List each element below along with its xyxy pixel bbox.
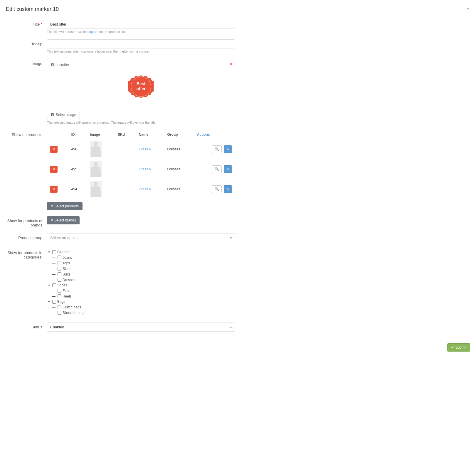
product-group-content: Select an option <box>47 233 235 242</box>
category-tree: ▼ Clothes — Jeans — Tops <box>47 248 235 317</box>
title-hint: The title will appear in a little square… <box>47 30 235 33</box>
show-on-products-label: Show on products <box>6 130 47 137</box>
submit-button[interactable]: ✔ Submit <box>447 343 470 352</box>
row-id: 496 <box>68 139 87 159</box>
row-name: Dress 6 <box>136 179 164 199</box>
connector: — <box>52 261 56 265</box>
action-buttons: 🔍 ✎ <box>197 165 232 173</box>
tooltip-input[interactable] <box>47 39 235 48</box>
dresses-row: — Dresses <box>52 277 235 283</box>
product-group-select[interactable]: Select an option <box>47 233 235 242</box>
bags-checkbox[interactable] <box>52 300 56 304</box>
remove-row-button[interactable]: ✕ <box>50 186 58 193</box>
row-image-cell <box>87 159 115 179</box>
image-preview-area: Best offer <box>51 69 231 105</box>
select-brands-button[interactable]: ≡ Select brands <box>47 216 80 224</box>
row-remove-cell: ✕ <box>47 179 68 199</box>
clothes-checkbox[interactable] <box>52 250 56 254</box>
tops-label: Tops <box>63 261 70 265</box>
image-box: 🖼 bestoffer Best offer ✕ <box>47 59 235 108</box>
title-label: Title * <box>6 20 47 26</box>
image-section: Image 🖼 bestoffer Best offer <box>6 59 470 124</box>
dresses-checkbox[interactable] <box>58 278 61 282</box>
svg-point-7 <box>94 162 98 166</box>
clothes-toggle[interactable]: ▼ <box>47 250 51 254</box>
show-for-brands-label: Show for products of brands <box>6 216 47 227</box>
row-remove-cell: ✕ <box>47 159 68 179</box>
status-select-wrapper: Enabled Disabled <box>47 322 235 332</box>
jeans-checkbox[interactable] <box>58 256 61 259</box>
flats-label: Flats <box>63 289 70 293</box>
row-image-cell <box>87 139 115 159</box>
submit-bar: ✔ Submit <box>6 337 470 355</box>
show-for-brands-section: Show for products of brands ≡ Select bra… <box>6 216 470 227</box>
row-sku <box>115 139 136 159</box>
shoes-toggle[interactable]: ▼ <box>47 283 51 287</box>
image-icon: 🖼 <box>51 63 54 67</box>
clutch-bags-checkbox[interactable] <box>58 305 61 309</box>
connector: — <box>52 266 56 271</box>
action-buttons: 🔍 ✎ <box>197 145 232 153</box>
select-products-button[interactable]: ≡ Select products <box>47 202 83 210</box>
bags-toggle[interactable]: ▼ <box>47 300 51 304</box>
connector: — <box>52 294 56 298</box>
shoes-checkbox[interactable] <box>52 283 56 287</box>
select-image-button[interactable]: 🖼 Select image <box>47 111 80 119</box>
submit-icon: ✔ <box>451 345 454 350</box>
th-id: ID <box>68 130 87 139</box>
edit-button[interactable]: ✎ <box>224 145 232 153</box>
table-header-row: ID Image SKU Name Group Actions <box>47 130 235 139</box>
skirts-label: Skirts <box>63 267 71 271</box>
row-actions: 🔍 ✎ <box>194 159 235 179</box>
connector: — <box>52 278 56 282</box>
categories-label: Show for products in categories: <box>6 248 47 259</box>
status-select[interactable]: Enabled Disabled <box>47 322 235 332</box>
status-field-content: Enabled Disabled <box>47 322 235 332</box>
best-offer-badge-svg: Best offer <box>128 74 154 100</box>
category-bags-row: ▼ Bags <box>47 299 235 304</box>
status-section: Status Enabled Disabled <box>6 322 470 332</box>
flats-row: — Flats <box>52 288 235 293</box>
row-sku <box>115 179 136 199</box>
shoulder-bags-checkbox[interactable] <box>58 311 61 315</box>
category-shoes-row: ▼ Shoes <box>47 283 235 288</box>
zoom-button[interactable]: 🔍 <box>212 165 222 173</box>
tooltip-hint: This text appears when customers hover o… <box>47 50 235 53</box>
row-group: Dresses <box>164 179 194 199</box>
clothes-children: — Jeans — Tops — Skirts <box>52 255 235 283</box>
product-svg <box>90 181 102 197</box>
shoulder-bags-row: — Shoulder bags <box>52 310 235 315</box>
zoom-button[interactable]: 🔍 <box>212 185 222 193</box>
th-sku: SKU <box>115 130 136 139</box>
jeans-label: Jeans <box>63 256 72 260</box>
edit-button[interactable]: ✎ <box>224 185 232 193</box>
category-clothes-row: ▼ Clothes <box>47 249 235 255</box>
skirts-row: — Skirts <box>52 266 235 271</box>
heels-row: — Heels <box>52 293 235 299</box>
edit-button[interactable]: ✎ <box>224 165 232 173</box>
clothes-label: Clothes <box>57 250 69 254</box>
connector: — <box>52 288 56 293</box>
flats-checkbox[interactable] <box>58 289 61 293</box>
product-thumbnail <box>90 161 102 177</box>
row-id: 494 <box>68 179 87 199</box>
menu-icon[interactable]: ≡ <box>465 6 470 13</box>
tops-checkbox[interactable] <box>58 261 61 265</box>
title-section: Title * The title will appear in a littl… <box>6 20 470 33</box>
zoom-button[interactable]: 🔍 <box>212 145 222 153</box>
suits-checkbox[interactable] <box>58 272 61 276</box>
bags-children: — Clutch bags — Shoulder bags <box>52 304 235 315</box>
skirts-checkbox[interactable] <box>58 267 61 271</box>
connector: — <box>52 255 56 260</box>
title-input[interactable] <box>47 20 235 29</box>
heels-checkbox[interactable] <box>58 294 61 298</box>
image-label: Image <box>6 59 47 66</box>
product-svg <box>90 161 102 177</box>
remove-row-button[interactable]: ✕ <box>50 146 58 153</box>
remove-row-button[interactable]: ✕ <box>50 166 58 173</box>
table-row: ✕ 495 <box>47 159 235 179</box>
required-star: * <box>41 22 42 26</box>
bags-label: Bags <box>57 300 65 304</box>
remove-image-button[interactable]: ✕ <box>229 61 233 67</box>
heels-label: Heels <box>63 294 72 298</box>
